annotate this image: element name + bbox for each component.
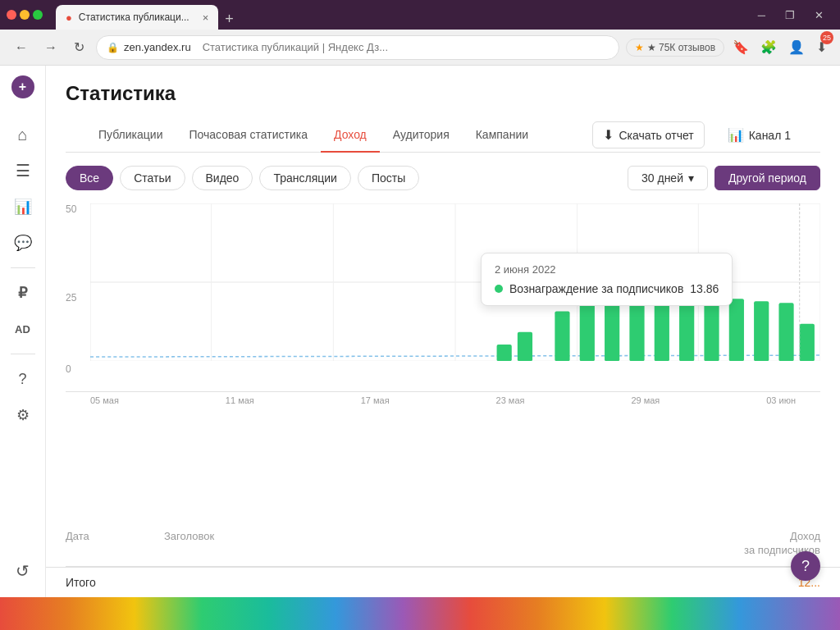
- tab-income[interactable]: Доход: [321, 118, 380, 153]
- x-label-6: 03 июн: [766, 395, 796, 405]
- svg-rect-19: [729, 299, 744, 361]
- ad-icon: AD: [15, 323, 30, 336]
- tooltip-dot: [495, 285, 503, 293]
- ruble-icon: ₽: [18, 284, 27, 302]
- minimize-button[interactable]: ─: [748, 6, 775, 25]
- sidebar-item-home[interactable]: ⌂: [7, 118, 39, 151]
- filter-video[interactable]: Видео: [192, 166, 253, 190]
- help-icon: ?: [18, 371, 26, 388]
- download-icon: ⬇: [603, 127, 614, 143]
- tooltip-value: 13.86: [690, 282, 719, 295]
- tooltip-metric: Вознаграждение за подписчиков: [509, 282, 683, 295]
- chevron-down-icon: ▾: [688, 171, 694, 185]
- download-report-button[interactable]: ⬇ Скачать отчет: [592, 121, 704, 148]
- home-icon: ⌂: [17, 126, 27, 144]
- sidebar-item-publications[interactable]: ☰: [7, 154, 39, 187]
- x-label-3: 17 мая: [361, 395, 390, 405]
- svg-rect-13: [580, 303, 595, 361]
- svg-rect-22: [800, 324, 815, 362]
- footer-row: Итого 12...: [46, 567, 840, 597]
- tab-title: Статистика публикаци...: [79, 11, 189, 23]
- filters-bar: Все Статьи Видео Трансляции Посты: [46, 153, 840, 203]
- lock-icon: 🔒: [107, 42, 119, 53]
- settings-icon: ⚙: [16, 406, 30, 424]
- x-label-1: 05 мая: [90, 395, 119, 405]
- back-button[interactable]: ←: [10, 37, 33, 58]
- browser-tab-active[interactable]: ● Статистика публикаци... ×: [56, 5, 218, 30]
- bookmark-button[interactable]: 🔖: [729, 36, 752, 58]
- sidebar-item-chat[interactable]: 💬: [7, 226, 39, 259]
- tab-hourly[interactable]: Почасовая статистика: [176, 118, 321, 153]
- x-label-5: 29 мая: [631, 395, 660, 405]
- table-area: Дата Заголовок Доход за подписчиков: [46, 522, 840, 567]
- reviews-label: ★ 75К отзывов: [647, 42, 715, 53]
- star-icon: ★: [635, 42, 644, 53]
- svg-rect-14: [605, 299, 619, 361]
- chart-tooltip: 2 июня 2022 Вознаграждение за подписчико…: [481, 253, 733, 306]
- forward-button[interactable]: →: [39, 37, 62, 58]
- chat-icon: 💬: [14, 234, 32, 252]
- svg-rect-12: [555, 311, 569, 361]
- download-badge: 25: [820, 31, 833, 44]
- tabs-bar: Публикации Почасовая статистика Доход Ау…: [66, 118, 820, 153]
- table-header: Дата Заголовок Доход за подписчиков: [66, 522, 820, 567]
- svg-rect-10: [497, 345, 512, 361]
- col-title-header: Заголовок: [164, 530, 744, 558]
- x-label-2: 11 мая: [226, 395, 254, 405]
- other-period-button[interactable]: Другой период: [714, 166, 820, 190]
- sidebar: + ⌂ ☰ 📊 💬 ₽ AD ?: [0, 66, 46, 597]
- tab-publications[interactable]: Публикации: [85, 118, 176, 153]
- tab-campaigns[interactable]: Кампании: [463, 118, 541, 153]
- tooltip-date: 2 июня 2022: [495, 263, 719, 276]
- bar-chart-icon: 📊: [728, 127, 744, 143]
- address-url: zen.yandex.ru: [124, 41, 191, 53]
- page-content: Статистика Публикации Почасовая статисти…: [46, 66, 840, 597]
- footer-total-label: Итого: [66, 576, 96, 589]
- filter-streams[interactable]: Трансляции: [259, 166, 350, 190]
- profile-button[interactable]: 👤: [785, 36, 808, 58]
- channel-selector[interactable]: 📊 Канал 1: [718, 122, 801, 148]
- svg-rect-21: [778, 303, 793, 361]
- reviews-button[interactable]: ★ ★ 75К отзывов: [626, 39, 724, 57]
- extensions-button[interactable]: 🧩: [757, 36, 780, 58]
- address-page-title: Статистика публикаций | Яндекс Дз...: [203, 41, 388, 53]
- address-bar[interactable]: 🔒 zen.yandex.ru Статистика публикаций | …: [96, 35, 619, 60]
- y-axis-max: 50: [66, 203, 76, 215]
- publications-icon: ☰: [16, 161, 30, 180]
- svg-rect-18: [704, 296, 719, 361]
- filter-all[interactable]: Все: [66, 166, 113, 190]
- sidebar-item-settings[interactable]: ⚙: [7, 399, 39, 431]
- chart-area: 50 25 0: [46, 203, 840, 522]
- col-date-header: Дата: [66, 530, 164, 558]
- sidebar-item-help[interactable]: ?: [7, 363, 39, 395]
- sidebar-item-ad[interactable]: AD: [7, 313, 39, 345]
- tab-audience[interactable]: Аудитория: [380, 118, 463, 153]
- zen-logo[interactable]: +: [11, 75, 34, 98]
- bottom-colorbar: [0, 597, 840, 630]
- filter-posts[interactable]: Посты: [358, 166, 419, 190]
- chart-x-labels: 05 мая 11 мая 17 мая 23 мая 29 мая 03 ию…: [66, 392, 820, 405]
- filter-articles[interactable]: Статьи: [120, 166, 185, 190]
- tab-close-icon[interactable]: ×: [203, 11, 209, 24]
- back-sidebar-button[interactable]: ↺: [7, 555, 39, 587]
- back-icon: ↺: [16, 561, 30, 581]
- x-label-4: 23 мая: [496, 395, 525, 405]
- svg-rect-20: [754, 301, 769, 361]
- y-axis-mid: 25: [66, 292, 76, 304]
- sidebar-item-money[interactable]: ₽: [7, 276, 39, 309]
- sidebar-item-stats[interactable]: 📊: [7, 190, 39, 223]
- restore-button[interactable]: ❐: [775, 6, 805, 25]
- reload-button[interactable]: ↻: [69, 36, 89, 58]
- close-button[interactable]: ✕: [805, 6, 833, 25]
- tab-favicon: ●: [66, 11, 72, 24]
- period-30-days-button[interactable]: 30 дней ▾: [628, 166, 708, 190]
- svg-rect-11: [518, 332, 532, 361]
- new-tab-button[interactable]: +: [218, 11, 240, 28]
- y-axis-min: 0: [66, 363, 71, 375]
- help-float-button[interactable]: ?: [791, 551, 820, 581]
- stats-icon: 📊: [14, 198, 32, 216]
- page-title: Статистика: [66, 82, 820, 105]
